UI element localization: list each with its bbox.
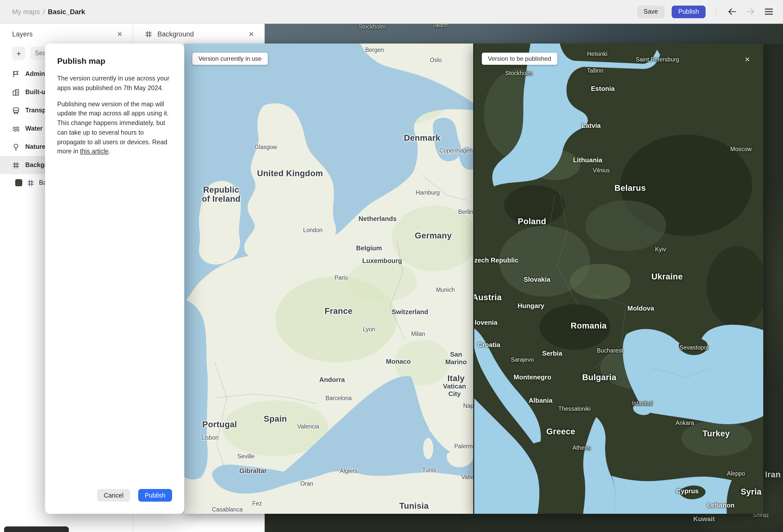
map-label-barcelona: Barcelona — [325, 395, 352, 402]
map-label-tunis: Tunis — [422, 467, 436, 473]
publish-button[interactable]: Publish — [672, 5, 706, 18]
map-label-montenegro: Montenegro — [514, 374, 552, 381]
breadcrumb-current-map: Basic_Dark — [48, 8, 85, 15]
app-window: My maps / Basic_Dark Save Publish Layers… — [0, 0, 783, 532]
topbar-divider — [716, 7, 716, 17]
map-label-stockholm: Stockholm — [505, 70, 532, 77]
map-label-czech-republic: Czech Republic — [474, 257, 519, 264]
map-label-casablanca: Casablanca — [212, 506, 243, 513]
dark-map-labels: HelsinkiSaint PetersburgTallinnStockholm… — [474, 43, 763, 514]
bus-icon — [12, 106, 20, 114]
map-label-tunisia: Tunisia — [399, 501, 429, 510]
map-label-belgium: Belgium — [356, 245, 382, 252]
map-label-slovakia: Slovakia — [524, 276, 551, 283]
map-label-naples: Naples — [463, 403, 474, 409]
layers-close-icon[interactable]: ✕ — [115, 28, 125, 40]
compare-divider-handle[interactable] — [473, 43, 474, 514]
breadcrumb-my-maps[interactable]: My maps — [12, 8, 40, 15]
map-label-monaco: Monaco — [386, 358, 411, 366]
map-label-moscow: Moscow — [730, 146, 752, 153]
map-preview-published[interactable]: HelsinkiSaint PetersburgTallinnStockholm… — [474, 43, 763, 514]
redo-forward-arrow[interactable] — [745, 6, 756, 17]
map-label-bergen: Bergen — [365, 47, 384, 54]
layer-label: Water — [25, 125, 43, 132]
map-label-san-marino: San Marino — [445, 351, 467, 366]
map-label-aleppo: Aleppo — [727, 470, 745, 477]
map-label-syria: Syria — [741, 487, 762, 496]
map-label-italy: Italy — [447, 374, 465, 383]
map-label-tallinn: Tallinn — [432, 23, 448, 29]
map-label-bucharest: Bucharest — [597, 347, 623, 354]
map-label-munich: Munich — [436, 287, 455, 293]
map-label-switzerland: Switzerland — [392, 309, 429, 316]
layer-color-swatch[interactable] — [15, 179, 22, 186]
map-label-berlin: Berlin — [458, 209, 473, 215]
map-label-ukraine: Ukraine — [651, 272, 683, 281]
map-label-athens: Athens — [572, 445, 591, 451]
map-preview-current[interactable]: BergenOsloGlasgowCopenhagenDenmarkUnited… — [184, 43, 474, 514]
map-label-latvia: Latvia — [582, 122, 600, 130]
this-article-link[interactable]: this article — [80, 148, 108, 155]
publish-dialog-paragraph-2: Publishing new version of the map will u… — [57, 99, 172, 156]
layer-label: Nature — [25, 143, 45, 150]
map-label-cyprus: Cyprus — [676, 488, 699, 495]
map-label-slovenia: Slovenia — [474, 319, 497, 326]
map-label-republic-of-ireland: Republic of Ireland — [202, 185, 241, 204]
building-icon — [12, 88, 20, 96]
version-published-badge: Version to be published — [482, 53, 557, 65]
map-label-ankara: Ankara — [676, 420, 694, 427]
map-label-palermo: Palermo — [454, 443, 474, 450]
map-label-romania: Romania — [571, 321, 606, 330]
map-label-helsinki: Helsinki — [587, 51, 607, 58]
undo-back-arrow[interactable] — [726, 6, 738, 17]
grid-icon — [27, 179, 34, 187]
map-label-paris: Paris — [335, 275, 348, 281]
map-label-algiers: Algiers — [340, 468, 357, 474]
light-map-labels: BergenOsloGlasgowCopenhagenDenmarkUnited… — [184, 43, 474, 514]
close-compare-button[interactable]: ✕ — [745, 56, 750, 63]
bottom-left-control[interactable] — [4, 526, 69, 532]
publish-dialog: Publish map The version currently in use… — [45, 43, 184, 514]
map-label-thessaloniki: Thessaloniki — [558, 406, 591, 412]
save-button[interactable]: Save — [637, 5, 664, 18]
map-label-luxembourg: Luxembourg — [362, 257, 402, 265]
map-label-hungary: Hungary — [518, 303, 544, 310]
map-label-stockholm: Stockholm — [358, 24, 385, 30]
map-label-serbia: Serbia — [542, 350, 562, 357]
map-label-lyon: Lyon — [363, 326, 375, 333]
map-label-spain: Spain — [264, 414, 287, 424]
map-label-austria: Austria — [474, 292, 502, 302]
map-label-kuwait: Kuwait — [693, 515, 715, 523]
tree-icon — [12, 143, 20, 151]
flag-icon — [12, 70, 20, 78]
map-label-hamburg: Hamburg — [416, 190, 440, 196]
map-label-estonia: Estonia — [591, 85, 615, 93]
cancel-button[interactable]: Cancel — [97, 489, 130, 502]
grid-icon — [145, 30, 152, 38]
map-label-sevastopol: Sevastopol — [680, 344, 708, 351]
map-label-portugal: Portugal — [202, 419, 237, 429]
map-label-glasgow: Glasgow — [254, 144, 277, 151]
map-label-andorra: Andorra — [319, 376, 345, 384]
map-label-valencia: Valencia — [297, 424, 319, 430]
map-label-moldova: Moldova — [627, 305, 654, 312]
map-label-germany: Germany — [415, 231, 452, 240]
map-label-copenhagen: Copenhagen — [439, 148, 473, 154]
map-label-united-kingdom: United Kingdom — [257, 168, 323, 178]
map-label-albania: Albania — [529, 397, 553, 404]
map-label-vilnius: Vilnius — [593, 167, 609, 174]
map-label-sarajevo: Sarajevo — [511, 356, 534, 363]
grid-icon — [12, 161, 20, 169]
add-layer-button[interactable]: + — [12, 46, 25, 60]
map-label-london: London — [303, 227, 323, 233]
breadcrumb: My maps / Basic_Dark — [12, 8, 85, 15]
map-label-denmark: Denmark — [404, 133, 440, 143]
map-label-gibraltar: Gibraltar — [240, 467, 267, 475]
menu-icon[interactable] — [763, 7, 775, 17]
dialog-publish-button[interactable]: Publish — [138, 489, 172, 502]
map-label-bulgaria: Bulgaria — [582, 373, 616, 382]
publish-dialog-paragraph-1: The version currently in use across your… — [57, 74, 172, 93]
background-close-icon[interactable]: ✕ — [247, 28, 256, 40]
map-label-milan: Milan — [411, 331, 425, 337]
map-label-belarus: Belarus — [615, 183, 646, 193]
